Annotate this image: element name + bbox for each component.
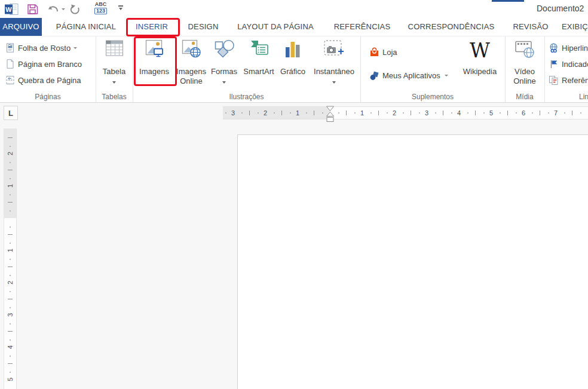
store-bag-icon	[369, 47, 379, 57]
ribbon-tab-bar: ARQUIVO PÁGINA INICIAL INSERIR DESIGN LA…	[0, 18, 588, 36]
group-label-ilustracoes: Ilustrações	[133, 93, 360, 101]
undo-button[interactable]	[47, 2, 65, 16]
ruler-tick	[572, 111, 572, 115]
ruler-tick	[483, 112, 485, 114]
meus-aplicativos-label: Meus Aplicativos	[382, 71, 440, 80]
video-online-label-2: Online	[506, 76, 543, 85]
group-midia: Vídeo Online Mídia	[505, 36, 545, 103]
customize-qat-button[interactable]	[117, 5, 124, 19]
tab-exibicao[interactable]: EXIBIÇÃO	[562, 18, 588, 36]
smartart-button[interactable]: SmartArt	[240, 36, 277, 90]
blank-page-icon	[5, 59, 15, 69]
grafico-label: Gráfico	[277, 67, 308, 76]
video-online-label-1: Vídeo	[506, 67, 543, 76]
ruler-tick	[10, 372, 11, 373]
meus-aplicativos-caret-icon	[445, 75, 448, 76]
ruler-tick	[10, 178, 11, 179]
tabela-button[interactable]: Tabela	[97, 36, 131, 90]
grafico-button[interactable]: Gráfico	[277, 36, 308, 90]
ruler-number: 1	[360, 109, 364, 117]
ruler-tick	[378, 111, 379, 115]
folha-de-rosto-caret-icon	[74, 47, 77, 49]
indicador-button[interactable]: Indicador	[549, 58, 588, 70]
first-line-indent-marker	[327, 106, 334, 111]
tab-design[interactable]: DESIGN	[182, 18, 224, 36]
ruler-number: 3	[425, 109, 428, 117]
redo-icon[interactable]	[69, 2, 81, 16]
imagens-button[interactable]: Imagens	[137, 36, 171, 90]
ruler-tick	[290, 112, 291, 114]
group-tabelas: Tabela Tabelas	[96, 36, 133, 103]
ruler-tick	[10, 323, 11, 324]
instantaneo-caret-icon	[332, 81, 336, 84]
page-break-icon	[5, 75, 15, 85]
ruler-tick	[451, 112, 452, 114]
ruler-number: 3	[231, 109, 235, 117]
save-icon[interactable]	[27, 2, 38, 16]
wikipedia-button[interactable]: W Wikipedia	[458, 36, 501, 90]
ruler-tick	[500, 112, 501, 114]
ruler-tick	[564, 112, 565, 114]
spelling-abc-icon[interactable]: ABC 123	[94, 2, 107, 15]
undo-dropdown-caret-icon[interactable]	[62, 8, 65, 10]
ruler-number: 2	[7, 281, 14, 284]
document-page[interactable]	[237, 134, 588, 389]
ruler-tick	[306, 112, 307, 114]
hiperlink-button[interactable]: Hiperlink	[549, 42, 588, 54]
group-label-links: Links	[544, 93, 588, 101]
tab-stop-selector[interactable]: L	[4, 106, 18, 120]
ruler-tick	[10, 275, 11, 276]
ruler-tick	[8, 202, 13, 203]
ruler-tick	[354, 112, 356, 114]
document-title: Documento2	[537, 4, 588, 16]
video-online-button[interactable]: Vídeo Online	[506, 36, 543, 90]
ruler-tick	[10, 259, 11, 260]
ruler-tick	[387, 112, 388, 114]
ruler-tick	[403, 112, 404, 114]
tab-referencias[interactable]: REFERÊNCIAS	[329, 18, 396, 36]
loja-button[interactable]: Loja	[369, 46, 397, 58]
ruler-tick	[580, 112, 581, 114]
cover-page-icon	[5, 43, 15, 53]
wikipedia-w-icon: W	[458, 41, 501, 62]
indent-markers[interactable]	[326, 106, 335, 125]
ruler-number: 6	[522, 109, 525, 117]
formas-button[interactable]: Formas	[209, 36, 240, 90]
online-video-icon	[506, 39, 543, 61]
meus-aplicativos-button[interactable]: Meus Aplicativos	[369, 69, 448, 81]
ruler-tick	[8, 234, 13, 235]
ruler-tick	[10, 339, 11, 341]
formas-label: Formas	[209, 67, 240, 76]
quebra-de-pagina-button[interactable]: Quebra de Página	[5, 74, 81, 86]
tab-pagina-inicial[interactable]: PÁGINA INICIAL	[45, 18, 127, 36]
ruler-number: 1	[7, 184, 14, 188]
spelling-abc-top: ABC	[94, 2, 107, 7]
pagina-em-branco-button[interactable]: Página em Branco	[5, 58, 82, 70]
imagens-online-icon	[174, 39, 209, 61]
spelling-123-badge: 123	[94, 8, 107, 14]
instantaneo-button[interactable]: Instantâneo	[311, 36, 357, 90]
ruler-tick	[249, 111, 250, 115]
smartart-label: SmartArt	[240, 67, 277, 76]
ruler-tick	[443, 111, 443, 115]
ribbon: Folha de Rosto Página em Branco	[0, 36, 588, 103]
group-label-paginas: Páginas	[0, 93, 96, 101]
apps-icon	[369, 71, 379, 81]
referencia-cruzada-button[interactable]: Referência Cruzada	[549, 74, 588, 86]
ruler-number: 7	[554, 109, 558, 117]
folha-de-rosto-button[interactable]: Folha de Rosto	[5, 42, 77, 54]
screenshot-icon	[311, 39, 357, 61]
imagens-online-button[interactable]: Imagens Online	[174, 36, 209, 90]
indicador-label: Indicador	[562, 60, 588, 69]
tab-revisao[interactable]: REVISÃO	[507, 18, 555, 36]
ruler-number: 4	[7, 345, 14, 349]
tab-inserir[interactable]: INSERIR	[127, 18, 177, 36]
ruler-tick	[10, 307, 11, 308]
word-logo-icon[interactable]: W	[5, 2, 19, 16]
horizontal-ruler: 3211234567	[223, 106, 588, 120]
tab-arquivo[interactable]: ARQUIVO	[0, 18, 42, 36]
tab-layout-da-pagina[interactable]: LAYOUT DA PÁGINA	[230, 18, 321, 36]
pagina-em-branco-label: Página em Branco	[18, 60, 82, 69]
tab-correspondencias[interactable]: CORRESPONDÊNCIAS	[403, 18, 500, 36]
ruler-tick	[338, 112, 339, 114]
